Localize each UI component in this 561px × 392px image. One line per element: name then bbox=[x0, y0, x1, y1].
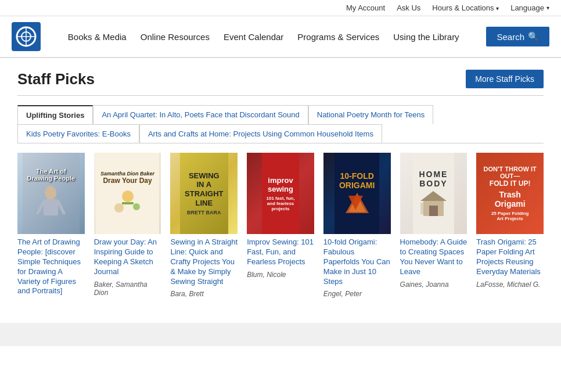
list-item: Samantha Dion Baker Draw Your Day Draw y… bbox=[94, 153, 161, 300]
more-staff-picks-button[interactable]: More Staff Picks bbox=[466, 70, 544, 88]
list-item: improvsewing 101 fast, fun,and fearlessp… bbox=[247, 153, 314, 300]
book-title[interactable]: Draw your Day: An Inspiring Guide to Kee… bbox=[94, 238, 161, 277]
book-cover[interactable]: SEWINGIN ASTRAIGHTLINE BRETT BARA bbox=[170, 153, 238, 234]
svg-marker-17 bbox=[420, 191, 447, 201]
tab-april-quartet[interactable]: An April Quartet: In Alto, Poets Face th… bbox=[93, 105, 308, 124]
book-title[interactable]: Homebody: A Guide to Creating Spaces You… bbox=[400, 238, 468, 277]
book-cover[interactable]: 10-FOLDORIGAMI bbox=[323, 153, 391, 234]
nav-using-library[interactable]: Using the Library bbox=[393, 32, 459, 42]
list-item: Don't Throw It Out— FOLD IT UP! TrashOri… bbox=[476, 153, 544, 300]
search-button[interactable]: Search 🔍 bbox=[486, 27, 549, 46]
chevron-down-icon: ▾ bbox=[496, 5, 499, 12]
book-author: Blum, Nicole bbox=[247, 271, 314, 279]
my-account-link[interactable]: My Account bbox=[346, 3, 385, 12]
list-item: The Art ofDrawing People The Art of Draw… bbox=[17, 153, 85, 300]
ask-us-link[interactable]: Ask Us bbox=[397, 3, 420, 12]
utility-bar: My Account Ask Us Hours & Locations ▾ La… bbox=[0, 0, 561, 16]
search-icon: 🔍 bbox=[528, 31, 539, 42]
list-item: HOMEBODY Homebody: A Guide to Creating S… bbox=[400, 153, 468, 300]
library-logo[interactable] bbox=[12, 22, 41, 51]
book-title[interactable]: Improv Sewing: 101 Fast, Fun, and Fearle… bbox=[247, 238, 314, 267]
staff-picks-header: Staff Picks More Staff Picks bbox=[17, 70, 544, 96]
book-author: Engel, Peter bbox=[323, 290, 391, 298]
tabs-container: Uplifting Stories An April Quartet: In A… bbox=[17, 105, 544, 143]
main-nav: Books & Media Online Resources Event Cal… bbox=[58, 32, 469, 42]
book-cover[interactable]: The Art ofDrawing People bbox=[17, 153, 85, 234]
book-title[interactable]: The Art of Drawing People: [discover Sim… bbox=[17, 238, 85, 296]
svg-point-9 bbox=[122, 190, 134, 202]
nav-online-resources[interactable]: Online Resources bbox=[141, 32, 210, 42]
book-title[interactable]: Sewing in A Straight Line: Quick and Cra… bbox=[170, 238, 238, 286]
language-button[interactable]: Language ▾ bbox=[510, 3, 549, 12]
tab-national-poetry[interactable]: National Poetry Month for Teens bbox=[308, 105, 433, 124]
book-author: Bara, Brett bbox=[170, 290, 238, 298]
hours-locations-link[interactable]: Hours & Locations ▾ bbox=[432, 3, 499, 12]
books-grid: The Art ofDrawing People The Art of Draw… bbox=[17, 153, 544, 300]
svg-rect-19 bbox=[420, 203, 426, 214]
book-cover[interactable]: improvsewing 101 fast, fun,and fearlessp… bbox=[247, 153, 314, 234]
book-author: LaFosse, Michael G. bbox=[476, 280, 544, 289]
svg-point-12 bbox=[133, 203, 140, 210]
nav-books-media[interactable]: Books & Media bbox=[68, 32, 127, 42]
book-cover[interactable]: HOMEBODY bbox=[400, 153, 468, 234]
book-title[interactable]: 10-fold Origami: Fabulous Paperfolds You… bbox=[323, 238, 391, 286]
svg-line-7 bbox=[38, 202, 44, 213]
svg-rect-6 bbox=[44, 199, 58, 215]
nav-programs-services[interactable]: Programs & Services bbox=[297, 32, 379, 42]
svg-point-11 bbox=[114, 203, 124, 213]
footer-bar bbox=[0, 323, 561, 346]
book-author: Baker, Samantha Dion bbox=[94, 280, 161, 297]
staff-picks-section: Staff Picks More Staff Picks Uplifting S… bbox=[0, 58, 561, 311]
book-title[interactable]: Trash Origami: 25 Paper Folding Art Proj… bbox=[476, 238, 544, 277]
svg-rect-10 bbox=[122, 202, 134, 204]
svg-rect-18 bbox=[429, 206, 438, 216]
tab-uplifting-stories[interactable]: Uplifting Stories bbox=[17, 105, 93, 124]
svg-point-5 bbox=[45, 186, 56, 200]
svg-line-8 bbox=[58, 202, 64, 213]
book-author: Gaines, Joanna bbox=[400, 280, 468, 289]
nav-event-calendar[interactable]: Event Calendar bbox=[224, 32, 283, 42]
book-cover[interactable]: Samantha Dion Baker Draw Your Day bbox=[94, 153, 161, 234]
staff-picks-title: Staff Picks bbox=[17, 70, 95, 88]
tab-kids-poetry[interactable]: Kids Poetry Favorites: E-Books bbox=[17, 124, 139, 143]
book-cover[interactable]: Don't Throw It Out— FOLD IT UP! TrashOri… bbox=[476, 153, 544, 234]
list-item: SEWINGIN ASTRAIGHTLINE BRETT BARA Sewing… bbox=[170, 153, 238, 300]
chevron-down-icon: ▾ bbox=[546, 5, 549, 11]
list-item: 10-FOLDORIGAMI 10-fold Origami: Fabulous… bbox=[323, 153, 391, 300]
header: Books & Media Online Resources Event Cal… bbox=[0, 16, 561, 58]
tab-arts-crafts[interactable]: Arts and Crafts at Home: Projects Using … bbox=[139, 124, 382, 143]
